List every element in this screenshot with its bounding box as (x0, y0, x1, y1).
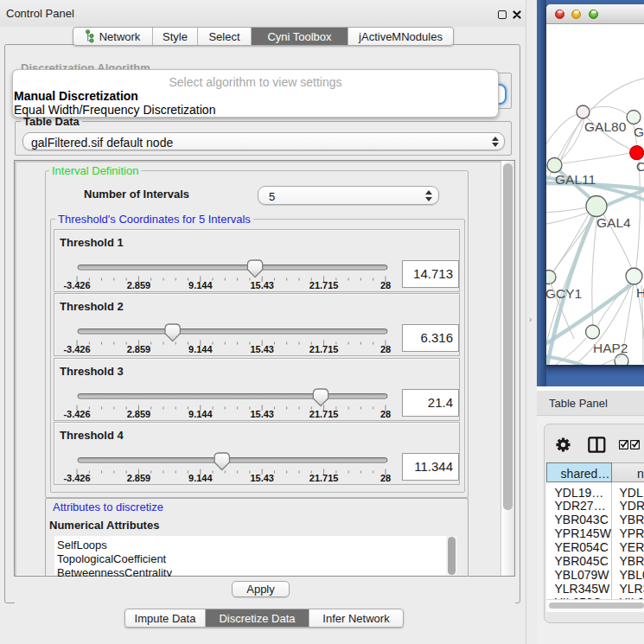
svg-text:9.144: 9.144 (188, 280, 213, 290)
svg-text:2.859: 2.859 (127, 472, 151, 482)
svg-text:2.859: 2.859 (127, 344, 151, 354)
svg-text:2.859: 2.859 (127, 280, 151, 290)
svg-text:28: 28 (380, 408, 391, 418)
svg-text:9.144: 9.144 (188, 472, 213, 482)
svg-text:21.715: 21.715 (309, 344, 339, 354)
svg-text:GAL4: GAL4 (596, 215, 631, 230)
svg-text:9.144: 9.144 (188, 344, 213, 354)
svg-text:21.715: 21.715 (309, 280, 339, 290)
svg-text:9.144: 9.144 (188, 408, 213, 418)
svg-text:15.43: 15.43 (250, 408, 274, 418)
svg-text:2.859: 2.859 (127, 408, 151, 418)
svg-text:21.715: 21.715 (309, 472, 339, 482)
svg-text:28: 28 (380, 472, 391, 482)
svg-text:21.715: 21.715 (309, 408, 339, 418)
svg-text:-3.426: -3.426 (63, 344, 90, 354)
svg-text:HIS4: HIS4 (636, 285, 644, 300)
svg-text:CAF4: CAF4 (636, 159, 644, 174)
svg-text:15.43: 15.43 (250, 472, 274, 482)
svg-text:GAL3: GAL3 (634, 124, 644, 139)
svg-text:HAP2: HAP2 (593, 341, 628, 355)
svg-text:-3.426: -3.426 (63, 472, 90, 482)
svg-text:28: 28 (380, 344, 391, 354)
svg-text:GCY1: GCY1 (546, 286, 582, 301)
svg-text:-3.426: -3.426 (63, 408, 90, 418)
svg-text:15.43: 15.43 (250, 280, 274, 290)
svg-text:GAL80: GAL80 (584, 119, 627, 134)
svg-text:-3.426: -3.426 (63, 280, 90, 290)
svg-text:28: 28 (380, 280, 391, 290)
svg-text:GAL11: GAL11 (555, 172, 596, 187)
svg-text:15.43: 15.43 (250, 344, 274, 354)
